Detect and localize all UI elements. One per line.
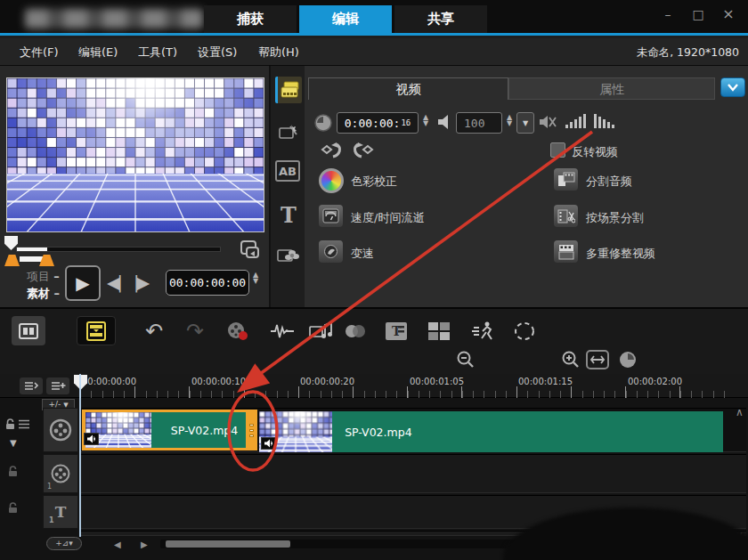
enlarge-preview-icon[interactable]	[239, 239, 262, 261]
track-manager-icon[interactable]	[46, 377, 69, 394]
customize-motion-icon[interactable]	[511, 320, 538, 343]
tab-share[interactable]: 共享	[394, 5, 487, 33]
volume-field[interactable]: 100	[456, 112, 502, 134]
sound-mixer-icon[interactable]	[269, 320, 296, 343]
speaker-icon	[436, 114, 454, 130]
storyboard-view-button[interactable]	[12, 316, 45, 345]
variable-speed-label[interactable]: 变速	[351, 246, 374, 262]
ripple-edit-icon[interactable]	[20, 377, 43, 394]
media-library-icon[interactable]	[275, 77, 302, 103]
timecode-spin-down-icon[interactable]: ▼	[253, 277, 258, 285]
tab-edit[interactable]: 编辑	[299, 5, 392, 33]
play-button[interactable]: ▶	[65, 265, 101, 301]
graphic-library-icon[interactable]	[275, 242, 302, 269]
ruler-label: 00:00:01:15	[518, 377, 573, 386]
transition-library-icon[interactable]: AB	[275, 160, 300, 182]
timeline-ruler[interactable]: 00:00:00:00 00:00:00:10 00:00:00:20 00:0…	[0, 374, 748, 398]
collapse-panel-button[interactable]	[720, 77, 745, 97]
color-correction-icon[interactable]	[319, 168, 344, 193]
minimize-icon[interactable]: –	[657, 5, 679, 23]
fit-timeline-icon[interactable]	[586, 350, 609, 369]
playhead-line[interactable]	[79, 374, 81, 537]
clip-mode-label[interactable]: 素材 –	[27, 286, 60, 302]
menu-settings[interactable]: 设置(S)	[192, 38, 242, 66]
zoom-out-icon[interactable]	[452, 348, 479, 371]
chapter-point-button[interactable]: +⊿▾	[46, 537, 82, 550]
color-correction-label[interactable]: 色彩校正	[351, 174, 397, 190]
preview-timecode[interactable]: 00:00:00:00	[166, 270, 249, 296]
zoom-in-icon[interactable]	[557, 348, 584, 371]
clip-1-name: SP-V02.mp4	[151, 412, 257, 448]
undo-icon[interactable]: ↶	[141, 320, 167, 343]
clip-duration-field[interactable]: 0:00:00:16	[337, 112, 419, 134]
clip-1-trim-handle[interactable]	[246, 412, 257, 448]
speed-timelapse-label[interactable]: 速度/时间流逝	[351, 210, 424, 226]
project-mode-label[interactable]: 项目 –	[27, 269, 60, 285]
reverse-video-checkbox[interactable]	[550, 142, 565, 158]
motion-tracking-icon[interactable]	[470, 320, 497, 343]
clip-1[interactable]: SP-V02.mp4	[82, 410, 257, 450]
timeline-view-button[interactable]	[77, 316, 116, 345]
split-audio-label[interactable]: 分割音频	[586, 174, 632, 190]
library-strip: AB T	[272, 66, 305, 307]
scroll-right-icon[interactable]: ▶	[141, 540, 148, 549]
timeline-hscroll-handle[interactable]	[166, 540, 290, 548]
speed-timelapse-icon[interactable]	[319, 205, 343, 227]
rotate-right-icon[interactable]	[351, 141, 376, 162]
split-by-scene-label[interactable]: 按场景分割	[586, 210, 644, 226]
multi-trim-icon[interactable]	[554, 240, 578, 263]
ruler-label: 00:00:00:10	[191, 377, 246, 386]
fade-out-icon[interactable]	[593, 113, 616, 129]
preview-jog-bar[interactable]	[16, 247, 221, 252]
maximize-icon[interactable]: □	[687, 5, 709, 23]
record-capture-icon[interactable]	[224, 320, 251, 343]
reverse-video-label: 反转视频	[572, 144, 618, 160]
tab-video-options[interactable]: 视频	[308, 77, 508, 100]
variable-speed-icon[interactable]	[319, 240, 343, 263]
menu-tools[interactable]: 工具(T)	[133, 38, 183, 66]
multi-trim-label[interactable]: 多重修整视频	[586, 246, 655, 262]
split-audio-icon[interactable]	[554, 168, 578, 191]
fade-options-button[interactable]: ▼	[516, 112, 534, 134]
duration-spin-down-icon[interactable]: ▼	[423, 119, 428, 127]
volume-spin-down-icon[interactable]: ▼	[507, 119, 512, 127]
rotate-left-icon[interactable]	[319, 141, 344, 162]
scroll-left-icon[interactable]: ◀	[114, 540, 121, 549]
overlay-track-header[interactable]: 1	[43, 454, 78, 493]
trim-range	[17, 248, 47, 251]
auto-music-icon[interactable]	[308, 320, 335, 343]
fade-in-icon[interactable]	[565, 113, 588, 129]
split-by-scene-icon[interactable]	[554, 205, 578, 227]
tab-attributes[interactable]: 属性	[508, 77, 715, 100]
title-lock-icon[interactable]	[7, 502, 19, 514]
overlay-lock-icon[interactable]	[7, 466, 19, 477]
menu-help[interactable]: 帮助(H)	[253, 38, 305, 66]
redo-icon[interactable]: ↷	[182, 320, 208, 343]
clip-1-audio-icon	[84, 433, 99, 445]
preview-frame-image	[7, 78, 264, 231]
video-track-header[interactable]	[43, 408, 78, 452]
title-track-header[interactable]: 1T	[43, 495, 78, 529]
tracks-scroll-up-icon[interactable]: ∧	[736, 406, 744, 418]
track-lock-icon[interactable]	[4, 418, 30, 430]
menu-edit[interactable]: 编辑(E)	[73, 38, 123, 66]
collapse-track-icon[interactable]: ▼	[10, 438, 17, 448]
title-library-icon[interactable]: T	[275, 201, 302, 228]
close-icon[interactable]: ×	[718, 5, 739, 23]
filter-library-icon[interactable]	[275, 119, 302, 146]
app-logo	[25, 9, 203, 28]
split-screen-template-icon[interactable]	[426, 320, 452, 343]
preview-panel: 项目 – 素材 – ▶ ◀| |▶ 00:00:00:00 ▲▼	[0, 66, 271, 307]
next-frame-button[interactable]: |▶	[134, 272, 147, 292]
tab-capture[interactable]: 捕获	[204, 5, 297, 33]
mute-icon[interactable]	[538, 114, 557, 130]
prev-frame-button[interactable]: ◀|	[107, 272, 120, 292]
speech-to-text-icon[interactable]	[342, 320, 369, 343]
ruler-label: 00:00:00:00	[82, 377, 136, 386]
titlebar: 捕获 编辑 共享 – □ ×	[0, 0, 748, 36]
subtitle-editor-icon[interactable]: T	[383, 320, 410, 343]
menu-file[interactable]: 文件(F)	[14, 38, 64, 66]
overlay-track-row[interactable]	[79, 454, 746, 493]
clip-2[interactable]: SP-V02.mp4	[259, 411, 723, 452]
trim-start-handle[interactable]	[4, 255, 20, 266]
